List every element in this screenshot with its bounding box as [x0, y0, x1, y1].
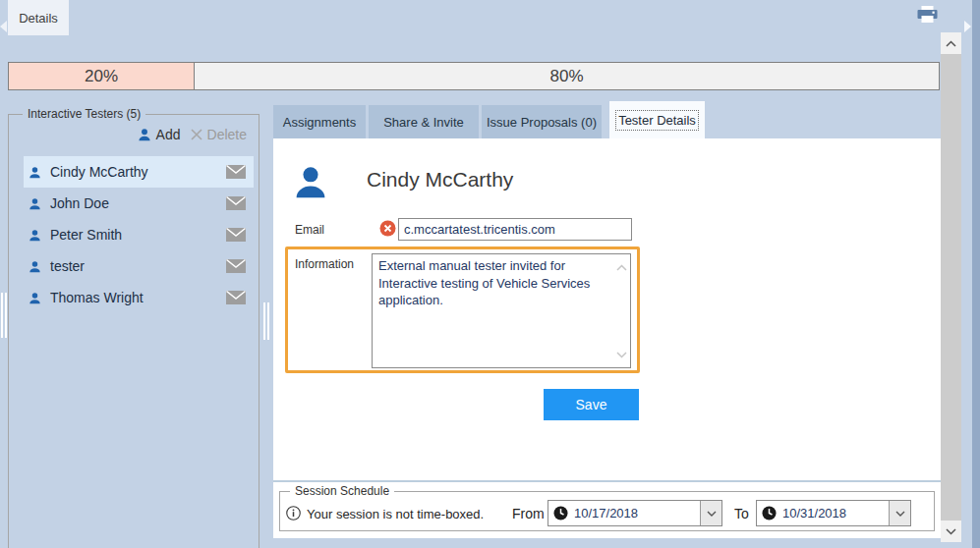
interactive-testers-groupbox: Interactive Testers (5) Add Delete Cindy… — [8, 114, 259, 548]
scroll-up-icon[interactable] — [616, 258, 627, 276]
from-label: From — [512, 506, 545, 521]
scrollbar-down-button[interactable] — [941, 521, 961, 542]
email-envelope-icon[interactable] — [226, 196, 246, 210]
session-progress-bar: 20% 80% — [8, 62, 940, 90]
progress-segment-label: 20% — [85, 67, 118, 86]
tab-assignments[interactable]: Assignments — [273, 105, 366, 138]
right-edge-strip — [972, 0, 980, 548]
tester-name: tester — [50, 258, 226, 274]
left-panel-grip[interactable] — [1, 293, 7, 338]
interactive-testers-title: Interactive Testers (5) — [23, 107, 145, 121]
session-note: Your session is not time-boxed. — [307, 507, 484, 521]
person-icon — [29, 197, 41, 210]
email-label: Email — [295, 223, 324, 237]
email-envelope-icon[interactable] — [226, 165, 246, 179]
email-envelope-icon[interactable] — [226, 259, 246, 273]
information-textarea[interactable]: External manual tester invited for Inter… — [372, 253, 631, 368]
print-icon[interactable] — [916, 5, 939, 28]
tab-label: Share & Invite — [383, 115, 464, 130]
tab-share-invite[interactable]: Share & Invite — [369, 105, 479, 138]
tester-row-john-doe[interactable]: John Doe — [24, 188, 254, 219]
tab-issue-proposals[interactable]: Issue Proposals (0) — [482, 105, 602, 138]
tester-detail-name: Cindy McCarthy — [367, 168, 513, 192]
tab-tester-details[interactable]: Tester Details — [609, 101, 705, 138]
tab-label: Assignments — [283, 115, 356, 130]
session-details-window: Details 20% 80% Interactive Testers (5) — [0, 0, 980, 548]
tab-label: Tester Details — [618, 113, 696, 128]
progress-segment-label: 80% — [550, 67, 584, 86]
tester-toolbar: Add Delete — [138, 127, 247, 142]
delete-tester-button[interactable]: Delete — [191, 127, 247, 142]
from-dropdown-button[interactable] — [700, 501, 721, 525]
tester-list: Cindy McCarthy John Doe Peter Smith test… — [24, 156, 254, 313]
details-tab[interactable]: Details — [8, 0, 69, 35]
collapse-left-icon[interactable] — [0, 21, 7, 32]
collapse-right-icon[interactable] — [964, 21, 971, 32]
session-schedule-title: Session Schedule — [290, 484, 394, 498]
delete-label: Delete — [207, 127, 247, 142]
to-date-picker[interactable]: 10/31/2018 — [756, 500, 911, 526]
tester-name: Peter Smith — [50, 227, 226, 243]
add-label: Add — [156, 127, 181, 142]
to-dropdown-button[interactable] — [889, 501, 910, 525]
progress-segment-complete: 80% — [195, 63, 939, 89]
email-input[interactable] — [398, 218, 632, 241]
vertical-scrollbar[interactable] — [941, 32, 961, 542]
tester-name: Thomas Wright — [50, 290, 226, 305]
clock-icon — [553, 506, 568, 521]
email-error-icon — [379, 220, 396, 241]
sidebar-splitter-grip[interactable] — [263, 302, 269, 340]
tester-row-tester[interactable]: tester — [24, 250, 254, 282]
delete-x-icon — [191, 129, 202, 140]
person-icon — [29, 229, 41, 242]
tester-row-thomas-wright[interactable]: Thomas Wright — [24, 282, 254, 313]
details-tab-label: Details — [19, 11, 58, 26]
to-label: To — [734, 506, 749, 521]
panel-separator — [273, 480, 941, 482]
tester-name: Cindy McCarthy — [50, 164, 226, 180]
person-add-icon — [138, 128, 151, 141]
info-icon — [286, 506, 301, 524]
person-icon — [29, 166, 41, 179]
tester-name: John Doe — [50, 195, 226, 211]
from-date-value: 10/17/2018 — [574, 506, 700, 521]
person-icon — [29, 292, 41, 304]
email-envelope-icon[interactable] — [226, 291, 246, 304]
to-date-value: 10/31/2018 — [782, 506, 889, 521]
email-envelope-icon[interactable] — [226, 228, 246, 242]
tester-row-cindy-mccarthy[interactable]: Cindy McCarthy — [24, 156, 254, 188]
tab-label: Issue Proposals (0) — [487, 115, 597, 130]
information-label: Information — [295, 257, 354, 271]
information-text: External manual tester invited for Inter… — [378, 258, 590, 307]
scroll-down-icon[interactable] — [616, 346, 627, 363]
tester-avatar-icon — [293, 164, 328, 203]
scrollbar-up-button[interactable] — [941, 32, 961, 54]
person-icon — [29, 260, 41, 273]
progress-segment-incomplete: 20% — [9, 63, 195, 89]
scrollbar-track[interactable] — [941, 54, 961, 521]
tester-row-peter-smith[interactable]: Peter Smith — [24, 219, 254, 250]
clock-icon — [762, 506, 777, 521]
from-date-picker[interactable]: 10/17/2018 — [548, 500, 722, 526]
save-button[interactable]: Save — [544, 389, 639, 420]
add-tester-button[interactable]: Add — [138, 127, 181, 142]
